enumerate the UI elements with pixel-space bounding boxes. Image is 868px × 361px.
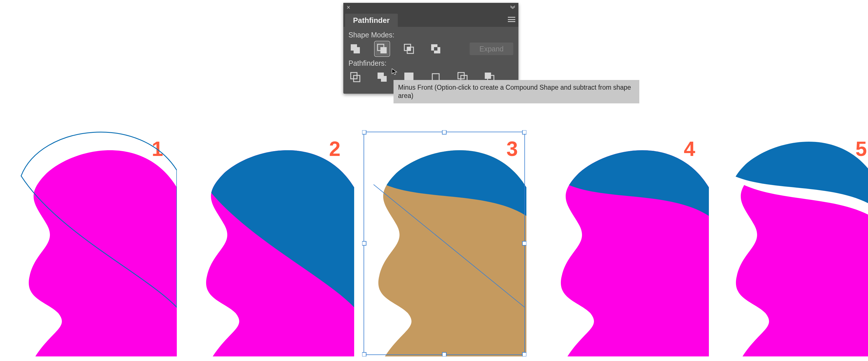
svg-rect-19 xyxy=(485,73,491,79)
shape-modes-label: Shape Modes: xyxy=(348,31,513,39)
step-3-canvas xyxy=(362,130,526,356)
divide-button[interactable] xyxy=(348,70,362,84)
sel-handle-bm[interactable] xyxy=(442,353,446,356)
svg-rect-6 xyxy=(407,47,411,51)
sel-handle-mr[interactable] xyxy=(522,241,526,245)
minus-front-button[interactable] xyxy=(375,42,389,56)
svg-rect-1 xyxy=(353,47,360,53)
intersect-button[interactable] xyxy=(402,42,416,56)
menu-icon xyxy=(508,17,515,22)
svg-rect-13 xyxy=(381,76,387,82)
tab-pathfinder[interactable]: Pathfinder xyxy=(345,14,398,27)
pathfinders-label: Pathfinders: xyxy=(348,59,513,67)
panel-tabs: Pathfinder xyxy=(343,12,518,27)
unite-button[interactable] xyxy=(348,42,362,56)
pathfinder-panel: × Pathfinder Shape Modes: Expand Pathfin… xyxy=(343,3,518,94)
step-1-canvas xyxy=(12,130,177,356)
sel-handle-tl[interactable] xyxy=(362,130,366,134)
tooltip-minus-front: Minus Front (Option-click to create a Co… xyxy=(394,80,639,103)
step-2-canvas xyxy=(190,130,354,356)
step-5-canvas xyxy=(720,130,868,356)
sel-handle-ml[interactable] xyxy=(362,241,366,245)
svg-rect-15 xyxy=(432,74,439,81)
close-icon[interactable]: × xyxy=(346,5,351,10)
svg-rect-9 xyxy=(434,47,437,51)
pink-wing-shape[interactable] xyxy=(29,150,177,356)
sel-handle-tm[interactable] xyxy=(442,130,446,134)
collapse-icon[interactable] xyxy=(509,5,516,10)
sel-handle-br[interactable] xyxy=(522,353,526,356)
sel-handle-tr[interactable] xyxy=(522,130,526,134)
svg-rect-3 xyxy=(380,47,387,53)
sel-handle-bl[interactable] xyxy=(362,353,366,356)
expand-button: Expand xyxy=(470,43,513,55)
panel-menu-button[interactable] xyxy=(505,12,518,27)
pink-wing-shape[interactable] xyxy=(736,150,868,356)
shape-modes-row: Expand xyxy=(348,42,513,56)
trim-button[interactable] xyxy=(375,70,389,84)
panel-titlebar[interactable]: × xyxy=(343,3,518,12)
exclude-button[interactable] xyxy=(429,42,442,56)
step-4-canvas xyxy=(545,130,709,356)
